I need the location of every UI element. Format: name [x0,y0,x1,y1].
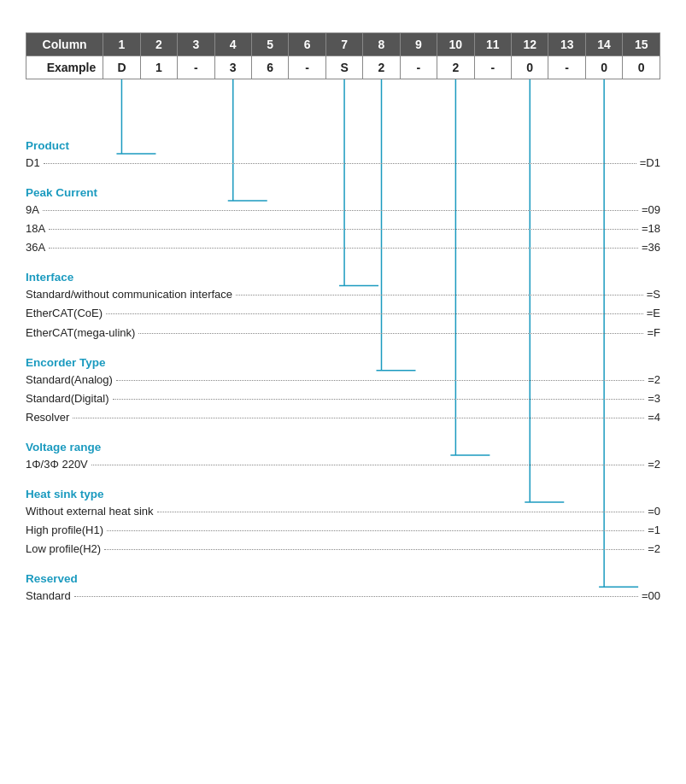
row-label: Standard(Digital) [26,389,109,408]
row-code: =E [647,304,660,323]
row-dots [43,210,638,211]
row-label: Without external heat sink [26,502,154,521]
section-row: Low profile(H2)=2 [26,540,660,559]
section-row: EtherCAT(mega-ulink)=F [26,324,660,342]
row-code: =1 [648,521,660,540]
section-row: High profile(H1)=1 [26,521,660,540]
row-code: =2 [648,371,660,389]
row-label: 9A [26,201,39,219]
row-code: =36 [642,238,660,257]
section-heat_sink: Heat sink typeWithout external heat sink… [26,488,660,559]
section-row: Standard(Digital)=3 [26,389,660,408]
section-row: 1Φ/3Φ 220V=2 [26,455,660,474]
row-dots [138,333,643,334]
row-code: =S [647,285,660,304]
row-dots [113,399,645,400]
section-title-peak_current: Peak Current [26,186,660,199]
section-title-encoder_type: Encorder Type [26,356,660,369]
section-product: ProductD1=D1 [26,139,660,173]
row-label: D1 [26,154,40,173]
row-dots [107,530,644,531]
row-label: Low profile(H2) [26,540,101,559]
section-row: Resolver=4 [26,408,660,427]
row-label: Standard/without communication interface [26,285,232,304]
section-row: Standard(Analog)=2 [26,371,660,389]
section-title-product: Product [26,139,660,152]
content-wrapper: Column123456789101112131415 ExampleD1-36… [26,32,660,606]
section-row: 18A=18 [26,219,660,238]
section-encoder_type: Encorder TypeStandard(Analog)=2Standard(… [26,356,660,427]
row-dots [74,596,638,597]
section-row: Without external heat sink=0 [26,502,660,521]
section-row: 36A=36 [26,238,660,257]
row-code: =0 [648,502,660,521]
row-dots [49,229,638,230]
section-row: D1=D1 [26,154,660,173]
row-code: =09 [642,201,660,219]
row-label: EtherCAT(mega-ulink) [26,324,135,342]
row-dots [49,248,638,249]
row-dots [106,313,643,314]
row-code: =18 [642,219,660,238]
section-row: Standard=00 [26,587,660,606]
sections-container: ProductD1=D1Peak Current9A=0918A=1836A=3… [26,88,660,606]
row-code: =D1 [640,154,660,173]
row-label: Standard(Analog) [26,371,113,389]
order-code-table: Column123456789101112131415 ExampleD1-36… [26,32,660,79]
row-code: =4 [648,408,660,427]
row-label: 36A [26,238,45,257]
row-label: EtherCAT(CoE) [26,304,103,323]
row-dots [44,163,636,164]
row-dots [73,418,644,418]
row-label: Standard [26,587,71,606]
section-title-reserved: Reserved [26,572,660,585]
row-dots [157,512,645,512]
row-code: =2 [648,540,660,559]
row-label: Resolver [26,408,69,427]
row-code: =00 [642,587,660,606]
section-interface: InterfaceStandard/without communication … [26,271,660,342]
row-label: High profile(H1) [26,521,103,540]
row-dots [91,465,644,465]
section-voltage_range: Voltage range1Φ/3Φ 220V=2 [26,441,660,474]
row-dots [104,549,644,550]
section-title-voltage_range: Voltage range [26,441,660,453]
row-label: 1Φ/3Φ 220V [26,455,88,474]
row-dots [116,380,644,381]
section-row: 9A=09 [26,201,660,219]
section-peak_current: Peak Current9A=0918A=1836A=36 [26,186,660,257]
row-code: =F [647,324,660,342]
section-row: EtherCAT(CoE)=E [26,304,660,323]
row-label: 18A [26,219,45,238]
section-title-heat_sink: Heat sink type [26,488,660,500]
section-title-interface: Interface [26,271,660,284]
section-row: Standard/without communication interface… [26,285,660,304]
row-code: =2 [648,455,660,474]
row-dots [236,295,643,295]
section-reserved: ReservedStandard=00 [26,572,660,606]
row-code: =3 [648,389,660,408]
